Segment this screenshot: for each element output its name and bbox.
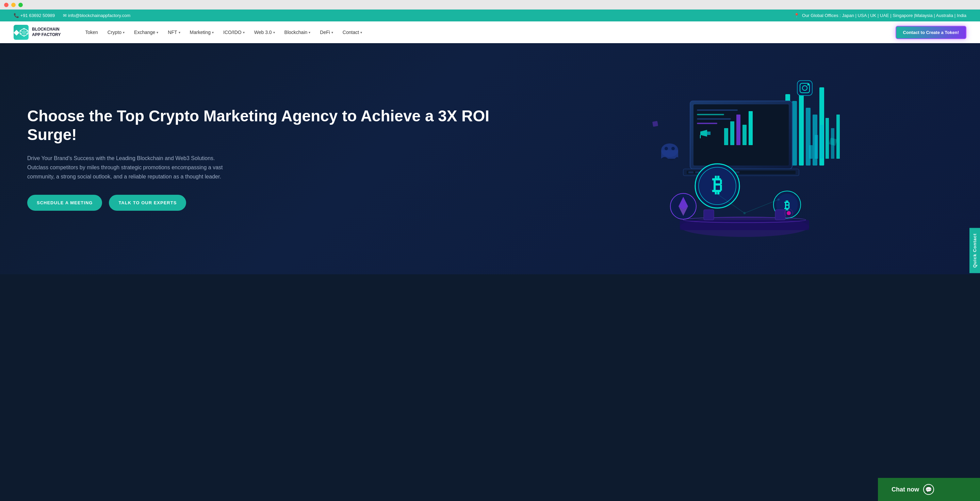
svg-rect-77 [829,138,837,146]
quick-contact-sidebar[interactable]: Quick Contact [969,228,980,273]
location-icon: 📍 [794,13,799,18]
svg-rect-26 [697,109,738,111]
nav-token[interactable]: Token [81,27,102,38]
nav-links: Token Crypto ▾ Exchange ▾ NFT ▾ Marketin… [81,27,895,38]
email-info: ✉ info@blockchainappfactory.com [63,13,130,18]
svg-text:₿: ₿ [712,174,722,197]
svg-rect-18 [809,145,813,159]
svg-rect-28 [697,118,731,120]
nav-crypto[interactable]: Crypto ▾ [103,27,129,38]
svg-rect-62 [775,210,785,220]
contact-arrow: ▾ [360,30,362,34]
svg-rect-59 [680,220,809,230]
contact-cta-button[interactable]: Contact to Create a Token! [896,26,966,39]
svg-rect-30 [724,128,728,145]
svg-rect-21 [826,118,829,159]
svg-rect-32 [737,114,740,145]
logo-line1: BLOCKCHAIN [32,27,60,32]
hero-illustration: ₿ ₿ [536,70,953,247]
offices-text: Our Global Offices : Japan | USA | UK | … [802,13,966,18]
svg-rect-67 [797,81,812,95]
crypto-illustration: ₿ ₿ [536,70,953,247]
svg-point-66 [778,198,780,201]
hero-buttons: SCHEDULE A MEETING TALK TO OUR EXPERTS [27,195,536,211]
logo-text: BLOCKCHAIN APP FACTORY [32,27,60,37]
window-chrome [0,0,980,10]
svg-rect-78 [652,121,658,127]
svg-marker-1 [22,30,26,35]
svg-rect-20 [820,125,824,159]
phone-number[interactable]: +91 63692 50989 [21,13,55,18]
svg-rect-13 [792,101,797,165]
nft-arrow: ▾ [179,30,180,34]
schedule-meeting-button[interactable]: SCHEDULE A MEETING [27,195,102,211]
logo-icon [14,25,29,40]
talk-to-experts-button[interactable]: TALK TO OUR EXPERTS [109,195,186,211]
top-bar-right: 📍 Our Global Offices : Japan | USA | UK … [794,13,966,18]
crypto-arrow: ▾ [123,30,124,34]
navbar: BLOCKCHAIN APP FACTORY Token Crypto ▾ Ex… [0,21,980,43]
phone-info: 📞 +91 63692 50989 [14,13,55,18]
hero-content: Choose the Top Crypto Marketing Agency t… [27,107,536,211]
svg-point-70 [808,84,809,86]
svg-rect-19 [815,135,818,159]
close-dot[interactable] [4,3,8,7]
nav-icoidо[interactable]: ICO/IDO ▾ [219,27,249,38]
defi-arrow: ▾ [331,30,333,34]
svg-rect-14 [799,91,804,165]
hero-heading: Choose the Top Crypto Marketing Agency t… [27,107,536,144]
nav-web3[interactable]: Web 3.0 ▾ [250,27,279,38]
nav-contact[interactable]: Contact ▾ [339,27,366,38]
marketing-arrow: ▾ [212,30,214,34]
hero-section: Choose the Top Crypto Marketing Agency t… [0,43,980,274]
svg-rect-31 [730,121,734,145]
nav-marketing[interactable]: Marketing ▾ [186,27,218,38]
minimize-dot[interactable] [11,3,16,7]
top-bar: 📞 +91 63692 50989 ✉ info@blockchainappfa… [0,10,980,21]
svg-rect-40 [688,171,694,173]
svg-rect-33 [743,125,746,145]
svg-point-75 [787,211,791,215]
hero-subtext: Drive Your Brand's Success with the Lead… [27,154,224,181]
svg-rect-27 [697,114,724,115]
logo[interactable]: BLOCKCHAIN APP FACTORY [14,25,60,40]
exchange-arrow: ▾ [156,30,158,34]
nav-defi[interactable]: DeFi ▾ [316,27,337,38]
svg-rect-34 [749,111,753,145]
logo-line2: APP FACTORY [32,32,60,38]
email-icon: ✉ [63,13,67,18]
svg-rect-36 [707,132,711,135]
ico-arrow: ▾ [243,30,245,34]
nav-nft[interactable]: NFT ▾ [164,27,184,38]
svg-point-73 [665,147,668,150]
nav-exchange[interactable]: Exchange ▾ [130,27,162,38]
blockchain-arrow: ▾ [309,30,310,34]
svg-rect-61 [704,210,714,220]
phone-icon: 📞 [14,13,19,18]
email-address[interactable]: info@blockchainappfactory.com [68,13,130,18]
fullscreen-dot[interactable] [18,3,23,7]
svg-point-74 [671,147,675,150]
svg-rect-23 [837,114,840,159]
logo-svg [19,27,29,37]
web3-arrow: ▾ [273,30,275,34]
svg-point-65 [743,212,746,214]
svg-rect-29 [697,123,717,124]
nav-blockchain[interactable]: Blockchain ▾ [280,27,315,38]
top-bar-left: 📞 +91 63692 50989 ✉ info@blockchainappfa… [14,13,130,18]
